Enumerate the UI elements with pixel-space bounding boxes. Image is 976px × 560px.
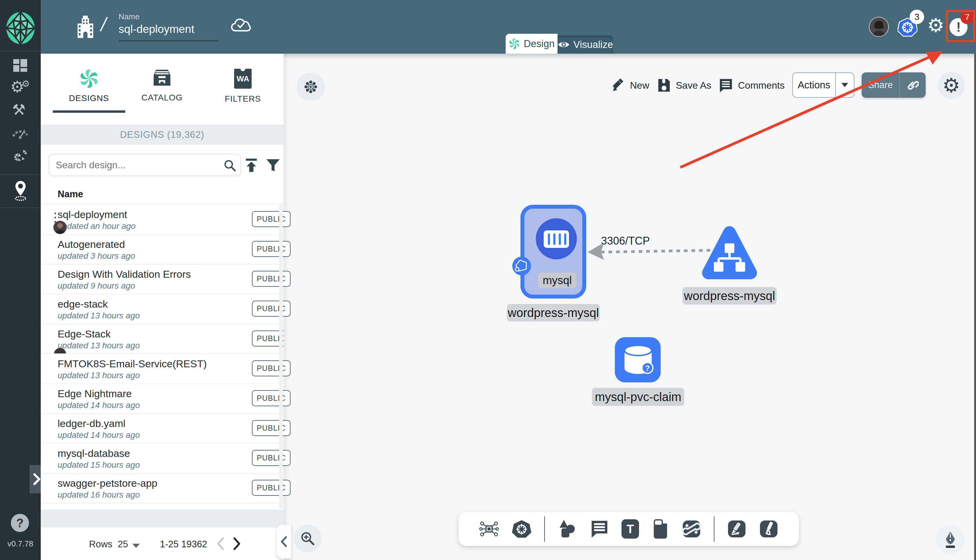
actions-button[interactable]: Actions — [793, 73, 835, 97]
new-button[interactable]: New — [611, 78, 649, 93]
organization-icon[interactable] — [76, 16, 94, 39]
design-name: ledger-db.yaml — [58, 418, 125, 430]
meshery-logo[interactable] — [5, 12, 36, 45]
design-name-label: Name — [118, 12, 139, 22]
design-row[interactable]: edge-stack updated 13 hours ago PUBLIC — [41, 294, 284, 324]
pen-arrow-tool-icon[interactable] — [727, 519, 746, 538]
save-as-button[interactable]: Save As — [657, 78, 711, 93]
visibility-badge: PUBLIC — [252, 241, 290, 257]
panel-tab-catalog[interactable]: CATALOG — [126, 69, 198, 103]
tab-visualize-label: Visualize — [574, 39, 613, 50]
rows-label: Rows — [89, 539, 113, 550]
active-tab-underline — [53, 110, 125, 113]
wasm-filter-icon: WA — [234, 69, 252, 89]
shapes-tool-icon[interactable] — [558, 519, 577, 538]
node-mysql-pvc-claim[interactable]: ? — [615, 337, 661, 382]
design-row[interactable]: ⋮ sql-deployment updated an hour ago PUB… — [41, 205, 284, 234]
panel-tab-designs[interactable]: DESIGNS — [53, 69, 125, 103]
comment-tool-icon[interactable] — [591, 520, 609, 538]
link-icon — [907, 79, 919, 91]
comments-button-label: Comments — [738, 80, 785, 91]
design-updated: updated 15 hours ago — [58, 460, 140, 470]
sidebar-item-extensions[interactable] — [12, 147, 29, 165]
new-button-label: New — [630, 80, 649, 91]
search-box — [48, 154, 241, 176]
rows-per-page-select[interactable]: 25 — [118, 539, 128, 550]
text-tool-icon[interactable]: T — [622, 519, 639, 538]
user-avatar[interactable] — [869, 17, 889, 37]
actions-split-button: Actions — [792, 72, 854, 98]
visibility-badge: PUBLIC — [252, 480, 290, 496]
dropdown-caret-icon — [841, 82, 849, 88]
version-label: v0.7.78 — [0, 539, 41, 548]
copy-link-button[interactable] — [900, 72, 926, 98]
visibility-badge: PUBLIC — [252, 450, 290, 466]
design-name-input[interactable]: sql-deployment — [118, 23, 218, 41]
settings-gear-icon[interactable]: ⚙ — [927, 16, 944, 35]
design-row[interactable]: mysql-database updated 15 hours ago PUBL… — [41, 443, 284, 473]
sidebar-item-kanvas[interactable] — [12, 180, 29, 202]
annotation-highlight-box — [946, 10, 975, 42]
share-split-button: Share — [862, 72, 926, 98]
design-updated: updated 14 hours ago — [58, 400, 140, 410]
next-page-icon[interactable] — [233, 537, 242, 550]
whiteboard-pen-button[interactable] — [936, 525, 964, 554]
design-name: Design With Validation Errors — [58, 268, 191, 280]
canvas-settings-button[interactable]: ⚙ — [938, 72, 965, 99]
filter-funnel-icon[interactable] — [265, 157, 281, 173]
kubernetes-tool-icon[interactable] — [512, 519, 531, 538]
note-tool-icon[interactable] — [652, 519, 669, 538]
actions-dropdown-toggle[interactable] — [836, 73, 854, 97]
sidebar-item-performance[interactable] — [12, 124, 29, 139]
design-row[interactable]: Design With Validation Errors updated 9 … — [41, 264, 284, 294]
comments-icon — [719, 78, 733, 93]
design-row[interactable]: Edge Nightmare updated 14 hours ago PUBL… — [41, 383, 284, 413]
sketch-pencil-tool-icon[interactable] — [759, 519, 778, 538]
mysql-pod-badge-icon[interactable] — [512, 256, 531, 276]
node-service-wordpress-mysql[interactable] — [701, 225, 759, 283]
mesh-tool-button[interactable] — [297, 73, 325, 101]
node-mysql-label: mysql — [538, 273, 577, 288]
column-header-name[interactable]: Name — [58, 189, 83, 200]
design-updated: updated 13 hours ago — [58, 371, 140, 380]
design-row[interactable]: FMTOK8S-Email-Service(REST) updated 13 h… — [41, 354, 284, 383]
container-icon — [535, 218, 577, 260]
relationship-tool-icon[interactable] — [682, 519, 701, 538]
prev-page-icon[interactable] — [216, 537, 225, 550]
zoom-in-button[interactable] — [294, 525, 322, 552]
visibility-badge: PUBLIC — [252, 420, 290, 436]
design-name: sql-deployment — [58, 209, 127, 220]
panel-collapse-toggle[interactable] — [277, 525, 291, 558]
sidebar-item-dashboard[interactable] — [12, 57, 28, 73]
pagination-range: 1-25 19362 — [160, 539, 207, 550]
cloud-sync-icon[interactable] — [230, 17, 252, 34]
panel-tab-catalog-label: CATALOG — [126, 93, 198, 103]
components-circuit-icon[interactable] — [479, 519, 499, 538]
import-design-icon[interactable] — [244, 157, 259, 173]
rows-select-caret-icon[interactable] — [132, 543, 140, 548]
design-row[interactable]: Edge-Stack updated 13 hours ago PUBLIC — [41, 324, 284, 354]
tab-design[interactable]: Design — [506, 34, 557, 54]
kubernetes-context-icon[interactable]: 3 — [898, 17, 918, 37]
design-row[interactable]: swagger-petstore-app updated 16 hours ag… — [41, 473, 284, 503]
design-name: FMTOK8S-Email-Service(REST) — [58, 358, 207, 370]
sidebar-item-configuration[interactable]: ⚒ — [12, 102, 26, 118]
design-row[interactable]: Autogenerated updated 3 hours ago PUBLIC — [41, 234, 284, 264]
design-row[interactable]: ledger-db.yaml updated 14 hours ago PUBL… — [41, 413, 284, 443]
share-button[interactable]: Share — [862, 72, 899, 98]
canvas-toolbar: T — [459, 512, 799, 546]
pencil-icon — [611, 78, 625, 93]
search-input[interactable] — [55, 156, 212, 174]
panel-footer-gap — [41, 510, 284, 527]
search-icon[interactable] — [224, 159, 236, 172]
node-mysql-container[interactable]: mysql — [521, 205, 586, 298]
sidebar-item-lifecycle[interactable]: ⚙⚙ — [10, 79, 25, 95]
toolbar-divider — [544, 516, 545, 542]
help-icon[interactable]: ? — [11, 514, 29, 532]
comments-button[interactable]: Comments — [719, 78, 785, 93]
panel-scrollbar[interactable] — [279, 205, 283, 509]
tab-visualize[interactable]: Visualize — [557, 36, 613, 54]
panel-tab-filters[interactable]: WA FILTERS — [210, 69, 276, 104]
visibility-badge: PUBLIC — [252, 211, 290, 227]
design-name: Edge Nightmare — [58, 388, 132, 400]
